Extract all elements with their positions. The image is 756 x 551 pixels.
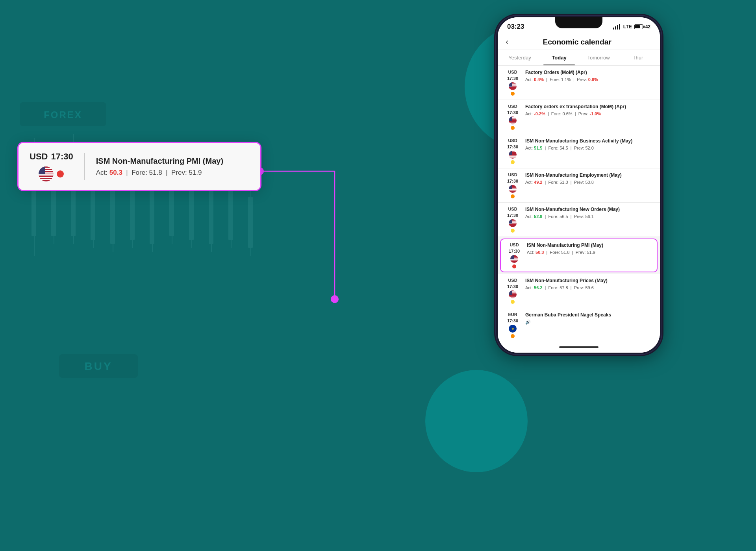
cal-time-4: 17:30 [507, 179, 518, 183]
popup-currency: USD [30, 152, 48, 162]
cal-time-8: 17:30 [507, 318, 518, 323]
cal-right-1: Factory Orders (MoM) (Apr) Act: 0.4% | F… [525, 70, 654, 82]
calendar-item-4[interactable]: USD 17:30 ISM Non-Manufacturing Employme… [498, 168, 660, 203]
signal-bar-2 [615, 26, 616, 30]
cal-values-7: Act: 56.2 | Fore: 57.8 | Prev: 59.6 [525, 285, 654, 290]
cal-flag-4 [509, 185, 517, 193]
calendar-item-6[interactable]: USD 17:30 ISM Non-Manufacturing PMI (May… [500, 239, 658, 272]
cal-left-2: USD 17:30 [503, 104, 522, 130]
tab-tomorrow[interactable]: Tomorrow [579, 50, 618, 65]
cal-title-6: ISM Non-Manufacturing PMI (May) [527, 242, 653, 249]
cal-act-4: 49.2 [534, 180, 542, 185]
cal-impact-2 [511, 126, 515, 130]
calendar-item-3[interactable]: USD 17:30 ISM Non-Manufacturing Business… [498, 134, 660, 168]
calendar-content: USD 17:30 Factory Orders (MoM) (Apr) Act… [498, 66, 660, 342]
svg-text:BUY: BUY [84, 360, 112, 372]
popup-fore-value: 51.8 [149, 169, 162, 176]
calendar-item-2[interactable]: USD 17:30 Factory orders ex transportati… [498, 100, 660, 134]
popup-prev-value: 51.9 [189, 169, 202, 176]
cal-values-1: Act: 0.4% | Fore: 1.1% | Prev: 0.6% [525, 77, 654, 82]
popup-separator2: | [164, 169, 171, 176]
cal-right-5: ISM Non-Manufacturing New Orders (May) A… [525, 207, 654, 219]
cal-title-4: ISM Non-Manufacturing Employment (May) [525, 172, 654, 179]
cal-act-2: -0.2% [534, 111, 545, 116]
cal-right-6: ISM Non-Manufacturing PMI (May) Act: 50.… [527, 242, 653, 255]
popup-time: 17:30 [51, 152, 73, 162]
cal-values-8: 🔊 [525, 320, 654, 325]
status-time: 03:23 [507, 23, 524, 31]
cal-currency-7: USD [508, 278, 517, 283]
popup-divider [84, 153, 85, 180]
cal-title-3: ISM Non-Manufacturing Business Activity … [525, 138, 654, 144]
cal-flag-2 [509, 116, 517, 124]
cal-values-5: Act: 52.9 | Fore: 56.5 | Prev: 56.1 [525, 214, 654, 219]
popup-card: USD 17:30 ISM Non-Manufacturing PMI (May… [17, 142, 261, 191]
signal-bar-3 [617, 25, 618, 30]
popup-values: Act: 50.3 | Fore: 51.8 | Prev: 51.9 [96, 169, 249, 177]
cal-right-4: ISM Non-Manufacturing Employment (May) A… [525, 172, 654, 185]
tab-yesterday[interactable]: Yesterday [500, 50, 539, 65]
cal-time-2: 17:30 [507, 110, 518, 115]
cal-currency-8: EUR [508, 312, 517, 317]
cal-right-8: German Buba President Nagel Speaks 🔊 [525, 312, 654, 325]
status-right: LTE 42 [613, 24, 650, 30]
cal-flag-6 [510, 255, 518, 263]
tab-today[interactable]: Today [539, 50, 579, 65]
cal-title-1: Factory Orders (MoM) (Apr) [525, 70, 654, 76]
popup-right: ISM Non-Manufacturing PMI (May) Act: 50.… [96, 157, 249, 177]
cal-act-7: 56.2 [534, 285, 542, 290]
signal-bar-4 [619, 24, 620, 30]
cal-impact-3 [511, 160, 515, 164]
calendar-item-5[interactable]: USD 17:30 ISM Non-Manufacturing New Orde… [498, 203, 660, 237]
cal-currency-3: USD [508, 138, 517, 143]
battery-icon [634, 24, 643, 29]
popup-act-label: Act: [96, 169, 107, 176]
cal-currency-2: USD [508, 104, 517, 109]
tab-thursday[interactable]: Thur [618, 50, 658, 65]
cal-right-7: ISM Non-Manufacturing Prices (May) Act: … [525, 278, 654, 290]
phone-notch [555, 17, 602, 28]
cal-prev-1: 0.6% [588, 77, 598, 82]
home-bar [559, 346, 598, 348]
signal-bars [613, 24, 620, 30]
home-indicator [498, 342, 660, 353]
cal-left-1: USD 17:30 [503, 70, 522, 96]
cal-title-8: German Buba President Nagel Speaks [525, 312, 654, 318]
cal-values-4: Act: 49.2 | Fore: 51.0 | Prev: 50.8 [525, 180, 654, 185]
cal-time-5: 17:30 [507, 213, 518, 218]
popup-prev-label: Prev: [171, 169, 187, 176]
cal-title-5: ISM Non-Manufacturing New Orders (May) [525, 207, 654, 213]
calendar-item-1[interactable]: USD 17:30 Factory Orders (MoM) (Apr) Act… [498, 66, 660, 100]
cal-flag-3 [509, 151, 517, 159]
cal-left-4: USD 17:30 [503, 172, 522, 198]
back-button[interactable]: ‹ [506, 37, 508, 47]
cal-right-2: Factory orders ex transportation (MoM) (… [525, 104, 654, 116]
nav-bar: ‹ Economic calendar [498, 34, 660, 50]
cal-time-1: 17:30 [507, 76, 518, 81]
cal-impact-1 [511, 92, 515, 96]
svg-text:FOREX: FOREX [44, 109, 82, 120]
cal-impact-5 [511, 229, 515, 233]
phone-frame: 03:23 LTE 42 ‹ Economic calendar [496, 16, 662, 354]
cal-impact-4 [511, 194, 515, 198]
cal-time-6: 17:30 [509, 249, 520, 253]
cal-flag-5 [509, 219, 517, 227]
lte-label: LTE [623, 24, 632, 30]
tab-bar: Yesterday Today Tomorrow Thur [498, 50, 660, 66]
calendar-item-7[interactable]: USD 17:30 ISM Non-Manufacturing Prices (… [498, 274, 660, 308]
cal-left-3: USD 17:30 [503, 138, 522, 164]
cal-left-7: USD 17:30 [503, 278, 522, 304]
cal-act-5: 52.9 [534, 214, 542, 219]
speaker-icon: 🔊 [525, 320, 531, 324]
cal-act-1: 0.4% [534, 77, 544, 82]
cal-title-2: Factory orders ex transportation (MoM) (… [525, 104, 654, 110]
calendar-item-8[interactable]: EUR 17:30 ★ German Buba President Nagel … [498, 308, 660, 342]
cal-currency-6: USD [510, 242, 519, 247]
page-title: Economic calendar [513, 38, 641, 46]
cal-impact-8 [511, 334, 515, 338]
cal-right-3: ISM Non-Manufacturing Business Activity … [525, 138, 654, 150]
popup-left: USD 17:30 [30, 152, 73, 181]
popup-separator1: | [124, 169, 132, 176]
cal-act-3: 51.5 [534, 146, 542, 150]
cal-currency-5: USD [508, 207, 517, 211]
